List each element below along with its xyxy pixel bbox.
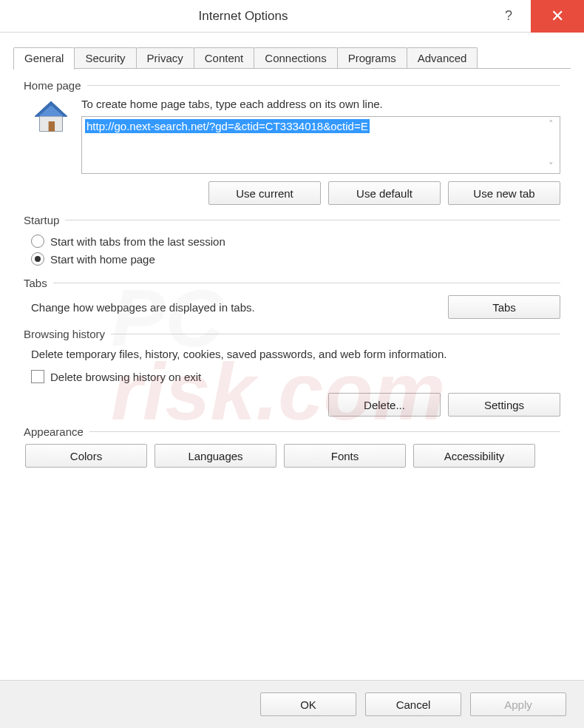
tabs-group: Tabs Change how webpages are displayed i… [24,277,560,319]
tab-content[interactable]: Content [194,47,255,69]
tabs-description: Change how webpages are displayed in tab… [31,301,438,314]
homepage-url-value: http://go.next-search.net/?gd=&ctid=CT33… [85,119,370,133]
help-button[interactable]: ? [486,0,531,33]
apply-button[interactable]: Apply [470,692,566,716]
delete-history-button[interactable]: Delete... [328,393,441,417]
use-current-button[interactable]: Use current [208,181,321,205]
textarea-scrollbar[interactable]: ˄ ˅ [543,118,558,172]
languages-button[interactable]: Languages [155,444,276,468]
dialog-footer: OK Cancel Apply [0,680,584,728]
cancel-button[interactable]: Cancel [365,692,461,716]
tab-connections[interactable]: Connections [254,47,337,69]
general-panel: Home page To create home page tabs, type… [0,69,584,484]
homepage-group-title: Home page [24,79,87,92]
checkbox-label: Delete browsing history on exit [50,371,201,383]
use-default-button[interactable]: Use default [328,181,441,205]
appearance-group: Appearance Colors Languages Fonts Access… [24,425,560,468]
close-button[interactable]: ✕ [531,0,584,33]
startup-group-title: Startup [24,214,65,226]
tab-strip: General Security Privacy Content Connect… [0,33,584,69]
svg-rect-2 [49,121,55,132]
fonts-button[interactable]: Fonts [284,444,406,468]
radio-icon [31,235,44,248]
homepage-url-input[interactable]: http://go.next-search.net/?gd=&ctid=CT33… [81,116,560,174]
startup-home-page-radio[interactable]: Start with home page [24,250,560,268]
tabs-button[interactable]: Tabs [448,295,560,319]
tab-privacy[interactable]: Privacy [136,47,194,69]
ok-button[interactable]: OK [260,692,356,716]
scroll-down-icon[interactable]: ˅ [549,161,554,172]
window-title: Internet Options [0,9,486,24]
titlebar: Internet Options ? ✕ [0,0,584,33]
appearance-group-title: Appearance [24,425,89,438]
radio-label: Start with tabs from the last session [50,235,225,248]
colors-button[interactable]: Colors [25,444,147,468]
radio-icon [31,252,44,266]
use-new-tab-button[interactable]: Use new tab [448,181,560,205]
homepage-instruction: To create home page tabs, type each addr… [81,98,560,110]
history-group: Browsing history Delete temporary files,… [24,328,560,417]
delete-on-exit-checkbox[interactable]: Delete browsing history on exit [24,368,560,385]
radio-label: Start with home page [50,253,155,266]
scroll-up-icon[interactable]: ˄ [549,118,554,129]
startup-group: Startup Start with tabs from the last se… [24,214,560,268]
checkbox-icon [31,370,44,383]
history-settings-button[interactable]: Settings [448,393,560,417]
startup-last-session-radio[interactable]: Start with tabs from the last session [24,232,560,250]
tabs-group-title: Tabs [24,277,53,289]
homepage-group: Home page To create home page tabs, type… [24,79,560,205]
history-description: Delete temporary files, history, cookies… [24,346,560,362]
history-group-title: Browsing history [24,328,111,340]
home-icon [31,98,71,138]
tab-programs[interactable]: Programs [337,47,407,69]
tab-general[interactable]: General [13,47,75,70]
tab-advanced[interactable]: Advanced [407,47,478,69]
tab-security[interactable]: Security [74,47,136,69]
accessibility-button[interactable]: Accessibility [413,444,535,468]
